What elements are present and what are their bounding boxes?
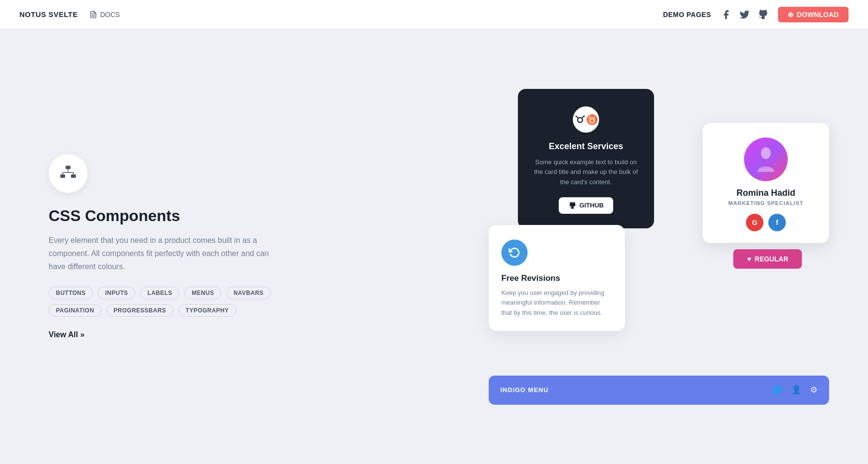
tag-item[interactable]: BUTTONS <box>49 287 93 299</box>
svg-rect-2 <box>66 166 71 169</box>
docs-icon <box>89 11 97 18</box>
svg-rect-4 <box>71 174 76 178</box>
revision-title: Free Revisions <box>501 274 612 283</box>
tag-item[interactable]: INPUTS <box>98 287 135 299</box>
download-icon: ⊕ <box>788 11 794 18</box>
navbar: NOTUS SVELTE DOCS DEMO PAGES <box>0 0 868 29</box>
profile-role: MARKETING SPECIALIST <box>714 200 817 206</box>
svg-point-10 <box>578 118 583 122</box>
tag-item[interactable]: TYPOGRAPHY <box>178 304 236 317</box>
section-description: Every element that you need in a product… <box>49 234 282 274</box>
profile-card: Romina Hadid MARKETING SPECIALIST G f <box>703 123 829 243</box>
regular-button[interactable]: ♥ REGULAR <box>733 249 802 269</box>
github-button[interactable]: GITHUB <box>559 197 614 214</box>
avatar <box>744 137 788 181</box>
revision-icon-circle <box>501 240 528 266</box>
hierarchy-icon <box>59 165 77 182</box>
user-icon[interactable]: 👤 <box>791 385 801 395</box>
section-title: CSS Components <box>49 206 282 225</box>
view-all-link[interactable]: View All » <box>49 330 85 339</box>
avatar-image <box>744 137 788 181</box>
github-btn-icon <box>568 202 576 209</box>
profile-name: Romina Hadid <box>714 188 817 198</box>
profile-social-icons: G f <box>714 214 817 231</box>
facebook-nav-icon[interactable] <box>721 9 731 20</box>
revision-description: Keep you user engaged by providing meani… <box>501 288 612 318</box>
tag-item[interactable]: PROGRESSBARS <box>106 304 174 317</box>
twitter-nav-icon[interactable] <box>739 9 750 20</box>
main-content: CSS Components Every element that you ne… <box>0 29 868 464</box>
regular-label: REGULAR <box>755 255 788 263</box>
dark-services-card: ♉ Excelent Services Some quick example t… <box>518 89 654 228</box>
facebook-social-btn[interactable]: f <box>768 214 786 231</box>
github-btn-label: GITHUB <box>580 202 604 209</box>
revision-card: Free Revisions Keep you user engaged by … <box>489 225 625 331</box>
taurus-icon <box>574 114 586 125</box>
section-icon-circle <box>49 154 88 193</box>
google-social-btn[interactable]: G <box>746 214 763 231</box>
navbar-left: NOTUS SVELTE DOCS <box>19 10 120 18</box>
docs-link[interactable]: DOCS <box>89 11 120 18</box>
social-nav-icons <box>721 9 768 20</box>
github-nav-icon[interactable] <box>758 9 768 20</box>
indigo-menu-bar: INDIGO MENU 🌐 👤 ⚙ <box>489 376 829 405</box>
services-icon-circle: ♉ <box>573 106 599 133</box>
dark-card-description: Some quick example text to build on the … <box>532 157 639 188</box>
taurus-symbol: ♉ <box>586 114 598 125</box>
settings-icon[interactable]: ⚙ <box>810 385 817 395</box>
download-label: DOWNLOAD <box>797 11 839 18</box>
tag-item[interactable]: NAVBARS <box>226 287 271 299</box>
tag-item[interactable]: PAGINATION <box>49 304 102 317</box>
globe-icon[interactable]: 🌐 <box>772 385 782 395</box>
tag-item[interactable]: MENUS <box>184 287 221 299</box>
indigo-menu-label: INDIGO MENU <box>500 386 549 394</box>
left-section: CSS Components Every element that you ne… <box>49 154 282 340</box>
tag-item[interactable]: LABELS <box>140 287 179 299</box>
navbar-right: DEMO PAGES ⊕ DOWNLOAD <box>663 7 849 22</box>
heart-icon: ♥ <box>747 255 751 263</box>
brand-name: NOTUS SVELTE <box>19 10 78 18</box>
refresh-icon <box>509 247 520 258</box>
svg-rect-3 <box>60 174 65 178</box>
dark-card-title: Excelent Services <box>532 141 639 152</box>
right-section: ♉ Excelent Services Some quick example t… <box>489 89 829 405</box>
indigo-menu-icons: 🌐 👤 ⚙ <box>772 385 817 395</box>
tags-container: BUTTONSINPUTSLABELSMENUSNAVBARSPAGINATIO… <box>49 287 282 317</box>
person-silhouette <box>754 145 778 174</box>
demo-pages-link[interactable]: DEMO PAGES <box>663 11 711 18</box>
download-button[interactable]: ⊕ DOWNLOAD <box>778 7 849 22</box>
svg-point-11 <box>761 147 771 159</box>
docs-label: DOCS <box>100 11 120 18</box>
